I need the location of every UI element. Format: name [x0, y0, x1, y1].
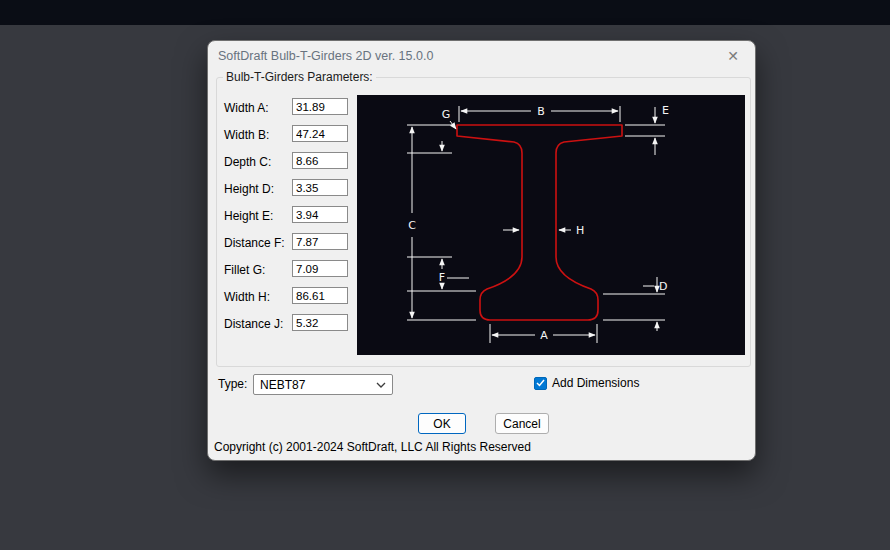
dim-label-c: C [408, 219, 416, 232]
depth-c-label: Depth C: [224, 155, 271, 169]
add-dimensions-label: Add Dimensions [552, 376, 639, 390]
width-h-label: Width H: [224, 290, 270, 304]
height-e-input[interactable] [292, 206, 348, 223]
type-dropdown[interactable]: NEBT87 [253, 374, 393, 395]
width-a-input[interactable] [292, 98, 348, 115]
fillet-g-label: Fillet G: [224, 263, 265, 277]
dimension-lines [407, 106, 665, 343]
dim-label-a: A [540, 329, 548, 342]
dim-label-g: G [442, 108, 451, 121]
close-icon[interactable]: ✕ [721, 47, 745, 65]
field-row: Height E: [224, 206, 355, 225]
depth-c-input[interactable] [292, 152, 348, 169]
distance-f-label: Distance F: [224, 236, 285, 250]
height-e-label: Height E: [224, 209, 273, 223]
field-row: Depth C: [224, 152, 355, 171]
girder-diagram: B E G C H F D A [357, 95, 745, 355]
dimension-labels: B E G C H F D A [408, 104, 669, 342]
height-d-input[interactable] [292, 179, 348, 196]
dim-label-h: H [576, 224, 584, 237]
dim-label-d: D [659, 280, 667, 293]
parameters-form: Width A: Width B: Depth C: Height D: Hei… [224, 98, 355, 341]
width-b-label: Width B: [224, 128, 269, 142]
field-row: Distance J: [224, 314, 355, 333]
dim-label-f: F [439, 271, 445, 284]
checkbox-checked-icon [534, 377, 547, 390]
add-dimensions-checkbox[interactable]: Add Dimensions [534, 376, 639, 390]
fillet-g-input[interactable] [292, 260, 348, 277]
chevron-down-icon [376, 382, 386, 388]
parameters-group: Bulb-T-Girders Parameters: Width A: Widt… [216, 77, 751, 367]
field-row: Fillet G: [224, 260, 355, 279]
height-d-label: Height D: [224, 182, 274, 196]
girder-outline [457, 125, 622, 320]
ok-button[interactable]: OK [418, 413, 466, 434]
field-row: Height D: [224, 179, 355, 198]
distance-j-label: Distance J: [224, 317, 283, 331]
girder-preview: B E G C H F D A [357, 95, 745, 355]
parameters-group-label: Bulb-T-Girders Parameters: [223, 70, 376, 84]
field-row: Width A: [224, 98, 355, 117]
field-row: Distance F: [224, 233, 355, 252]
distance-j-input[interactable] [292, 314, 348, 331]
field-row: Width H: [224, 287, 355, 306]
type-label: Type: [218, 377, 247, 391]
top-dark-strip [0, 0, 890, 25]
dialog-titlebar[interactable]: SoftDraft Bulb-T-Girders 2D ver. 15.0.0 … [208, 41, 755, 71]
width-h-input[interactable] [292, 287, 348, 304]
width-a-label: Width A: [224, 101, 269, 115]
copyright-text: Copyright (c) 2001-2024 SoftDraft, LLC A… [214, 440, 531, 454]
width-b-input[interactable] [292, 125, 348, 142]
field-row: Width B: [224, 125, 355, 144]
dialog-title: SoftDraft Bulb-T-Girders 2D ver. 15.0.0 [218, 49, 433, 63]
dim-label-b: B [537, 105, 545, 118]
cancel-button[interactable]: Cancel [495, 413, 549, 434]
checkmark-icon [536, 379, 545, 387]
type-dropdown-value: NEBT87 [260, 378, 305, 392]
distance-f-input[interactable] [292, 233, 348, 250]
dim-label-e: E [662, 104, 669, 117]
desktop-background: SoftDraft Bulb-T-Girders 2D ver. 15.0.0 … [0, 0, 890, 550]
dialog-window: SoftDraft Bulb-T-Girders 2D ver. 15.0.0 … [207, 40, 756, 461]
